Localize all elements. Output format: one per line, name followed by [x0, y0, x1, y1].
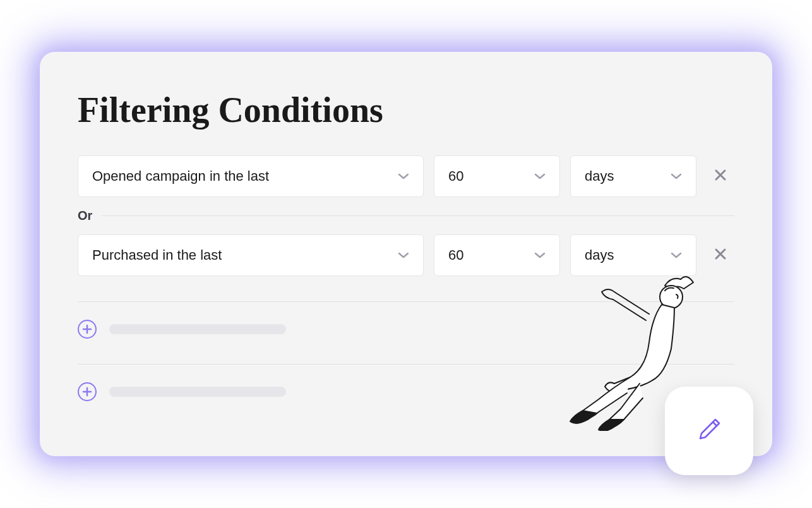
chevron-down-icon [398, 170, 409, 183]
condition-unit-label: days [585, 168, 614, 184]
svg-point-0 [660, 286, 683, 308]
condition-value-label: 60 [448, 168, 463, 184]
placeholder-skeleton [109, 387, 286, 397]
filtering-card: Filtering Conditions Opened campaign in … [40, 52, 772, 456]
card-title: Filtering Conditions [78, 90, 734, 130]
placeholder-skeleton [109, 324, 286, 334]
condition-type-select[interactable]: Purchased in the last [78, 234, 424, 276]
condition-row-1: Opened campaign in the last 60 days [78, 155, 734, 197]
chevron-down-icon [534, 170, 546, 183]
condition-unit-select[interactable]: days [570, 155, 696, 197]
edit-button[interactable] [665, 387, 753, 475]
remove-condition-button[interactable] [707, 241, 734, 269]
operator-label: Or [78, 209, 92, 223]
chevron-down-icon [398, 249, 409, 262]
condition-value-select[interactable]: 60 [434, 155, 560, 197]
condition-unit-label: days [585, 247, 614, 263]
close-icon [713, 167, 727, 186]
section-divider [78, 301, 734, 302]
plus-icon[interactable] [78, 382, 97, 401]
plus-icon[interactable] [78, 320, 97, 339]
chevron-down-icon [534, 249, 546, 262]
condition-row-2: Purchased in the last 60 days [78, 234, 734, 276]
section-divider [78, 364, 734, 365]
divider-line [101, 215, 734, 216]
condition-value-select[interactable]: 60 [434, 234, 560, 276]
condition-type-select[interactable]: Opened campaign in the last [78, 155, 424, 197]
condition-value-label: 60 [448, 247, 463, 263]
remove-condition-button[interactable] [707, 162, 734, 190]
pencil-icon [694, 414, 724, 447]
operator-divider: Or [78, 209, 734, 223]
add-condition-row [78, 320, 734, 339]
chevron-down-icon [671, 249, 682, 262]
close-icon [713, 246, 727, 265]
chevron-down-icon [671, 170, 682, 183]
add-condition-row [78, 382, 734, 401]
condition-type-label: Opened campaign in the last [92, 168, 269, 184]
condition-unit-select[interactable]: days [570, 234, 696, 276]
condition-type-label: Purchased in the last [92, 247, 222, 263]
